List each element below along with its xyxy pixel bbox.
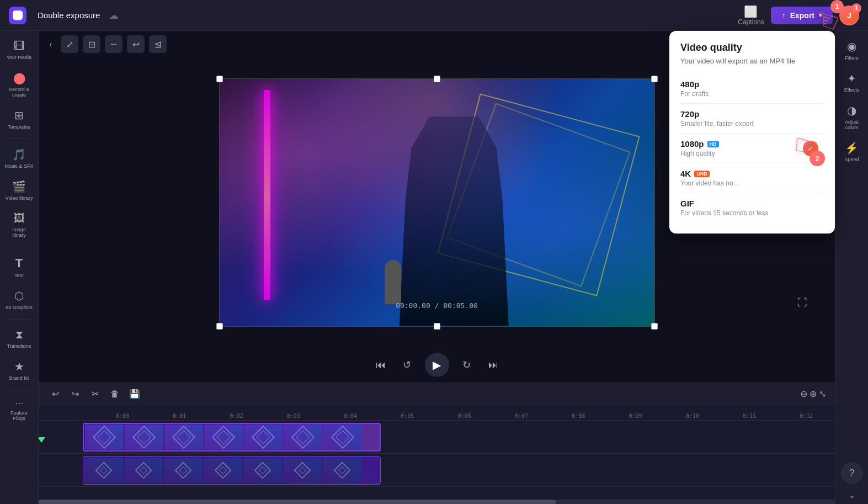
right-tool-effects[interactable]: ✦ Effects bbox=[838, 67, 866, 97]
quality-option-4k[interactable]: 4K UHD Your video has no... bbox=[680, 163, 824, 193]
timeline-redo-btn[interactable]: ↪ bbox=[67, 386, 83, 402]
sidebar-item-transitions[interactable]: ⧗ Transitions bbox=[3, 324, 36, 353]
video-library-icon: 🎬 bbox=[12, 180, 26, 193]
right-tool-filters[interactable]: ◉ Filters bbox=[838, 35, 866, 65]
quality-option-480p[interactable]: 480p For drafts bbox=[680, 74, 824, 104]
track-clip-1[interactable] bbox=[83, 423, 381, 452]
time-marker-7: 0:07 bbox=[515, 413, 528, 419]
help-button[interactable]: ? bbox=[841, 462, 863, 484]
handle-top-left[interactable] bbox=[216, 76, 223, 82]
sidebar-label-brand-kit: Brand kit bbox=[9, 375, 29, 381]
filters-label: Filters bbox=[845, 55, 859, 61]
sidebar-item-your-media[interactable]: 🎞 Your media bbox=[3, 35, 36, 65]
skip-forward-icon: ↻ bbox=[462, 359, 471, 371]
time-marker-9: 0:09 bbox=[629, 413, 642, 419]
skip-back-button[interactable]: ↺ bbox=[398, 356, 416, 374]
canvas-collapse-left[interactable]: ‹ bbox=[45, 35, 56, 53]
cloud-sync-icon: ☁ bbox=[109, 9, 119, 22]
speed-label: Speed bbox=[844, 157, 859, 162]
captions-label: Captions bbox=[738, 18, 764, 26]
quality-name-720p: 720p bbox=[680, 109, 824, 119]
right-tool-adjust-colors[interactable]: ◑ Adjust colors bbox=[838, 99, 866, 135]
quality-option-720p[interactable]: 720p Smaller file, faster export bbox=[680, 104, 824, 134]
quality-desc-480p: For drafts bbox=[680, 90, 824, 98]
quality-panel-title: Video quality bbox=[680, 42, 824, 54]
canvas-resize-btn[interactable]: ⤢ bbox=[61, 35, 78, 53]
hd-badge: HD bbox=[707, 141, 719, 147]
fast-forward-button[interactable]: ⏭ bbox=[484, 356, 502, 374]
canvas-layers-btn[interactable]: ⊴ bbox=[149, 35, 167, 53]
sidebar-label-record-create: Record & create bbox=[5, 87, 34, 98]
timeline-delete-btn[interactable]: 🗑 bbox=[107, 386, 123, 402]
fullscreen-button[interactable]: ⛶ bbox=[797, 297, 807, 309]
time-marker-11: 0:11 bbox=[743, 413, 756, 419]
canvas-undo-btn[interactable]: ↩ bbox=[127, 35, 145, 53]
handle-bottom-right[interactable] bbox=[651, 323, 658, 330]
track-clip-2[interactable] bbox=[83, 456, 381, 485]
sidebar-item-text[interactable]: T Text bbox=[3, 252, 36, 283]
handle-bottom-left[interactable] bbox=[216, 323, 223, 330]
scrollbar-thumb[interactable] bbox=[39, 500, 556, 504]
sidebar-item-record-create[interactable]: ⬤ Record & create bbox=[3, 67, 36, 102]
help-icon: ? bbox=[849, 468, 854, 479]
topbar: Double exposure ☁ ⬜ Captions ↑ Export ▾ … bbox=[0, 0, 868, 31]
sidebar-item-image-library[interactable]: 🖼 Image library bbox=[3, 208, 36, 242]
captions-button[interactable]: ⬜ Captions bbox=[738, 5, 764, 26]
right-sidebar: ◉ Filters ✦ Effects ◑ Adjust colors ⚡ Sp… bbox=[835, 31, 868, 504]
sidebar-label-image-library: Image library bbox=[5, 227, 34, 238]
timeline-undo-btn[interactable]: ↩ bbox=[47, 386, 63, 402]
clip-thumb-1-3 bbox=[164, 425, 203, 450]
video-background bbox=[220, 79, 654, 326]
timeline-scrollbar[interactable] bbox=[39, 500, 835, 504]
handle-bottom-mid[interactable] bbox=[434, 323, 440, 330]
sidebar-item-video-library[interactable]: 🎬 Video library bbox=[3, 176, 36, 205]
handle-top-mid[interactable] bbox=[434, 76, 440, 82]
sidebar-item-templates[interactable]: ⊞ Templates bbox=[3, 104, 36, 134]
play-button[interactable]: ▶ bbox=[425, 353, 449, 377]
time-marker-5: 0:05 bbox=[401, 413, 414, 419]
rewind-icon: ⏮ bbox=[376, 359, 386, 371]
quality-option-1080p[interactable]: 1080p HD High quality ✓ bbox=[680, 134, 824, 163]
uhd-badge: UHD bbox=[694, 171, 710, 177]
zoom-in-btn[interactable]: ⊕ bbox=[810, 389, 817, 399]
zoom-out-btn[interactable]: ⊖ bbox=[800, 389, 807, 399]
sidebar-item-graphics[interactable]: ⬡ 88 Graphics bbox=[3, 285, 36, 315]
export-button[interactable]: ↑ Export ▾ bbox=[771, 7, 833, 24]
transitions-icon: ⧗ bbox=[15, 328, 23, 341]
feature-flags-icon: ⋯ bbox=[15, 399, 23, 408]
handle-top-right[interactable] bbox=[651, 76, 658, 82]
canvas-flip-btn[interactable]: ↔ bbox=[105, 35, 123, 53]
timeline-save-btn[interactable]: 💾 bbox=[127, 386, 142, 402]
sidebar-item-music-sfx[interactable]: 🎵 Music & SFX bbox=[3, 144, 36, 173]
sidebar-divider-1 bbox=[8, 139, 30, 139]
sidebar-item-feature-flags[interactable]: ⋯ Feature Flags bbox=[3, 395, 36, 426]
quality-desc-1080p: High quality bbox=[680, 150, 824, 157]
timeline-cut-btn[interactable]: ✂ bbox=[87, 386, 103, 402]
time-separator: / bbox=[435, 301, 444, 310]
sidebar-label-graphics: 88 Graphics bbox=[6, 305, 33, 310]
sidebar-item-brand-kit[interactable]: ★ Brand kit bbox=[3, 356, 36, 385]
zoom-expand-btn[interactable]: ⤡ bbox=[819, 389, 826, 399]
skip-forward-button[interactable]: ↻ bbox=[458, 356, 476, 374]
adjust-colors-label: Adjust colors bbox=[840, 119, 864, 130]
sidebar-label-transitions: Transitions bbox=[7, 343, 31, 349]
track-clip-thumbnails-1 bbox=[84, 423, 363, 451]
avatar-container: J 1 bbox=[839, 6, 859, 25]
quality-option-gif[interactable]: GIF For videos 15 seconds or less bbox=[680, 193, 824, 222]
clip-thumb-1-7 bbox=[323, 425, 362, 450]
neon-bar bbox=[264, 90, 270, 300]
music-sfx-icon: 🎵 bbox=[12, 148, 26, 161]
canvas-crop-btn[interactable]: ⊡ bbox=[83, 35, 100, 53]
right-tool-speed[interactable]: ⚡ Speed bbox=[838, 137, 866, 167]
quality-name-480p: 480p bbox=[680, 79, 824, 89]
rewind-button[interactable]: ⏮ bbox=[372, 356, 390, 374]
logo-icon bbox=[13, 10, 23, 20]
quality-desc-4k: Your video has no... bbox=[680, 179, 824, 187]
quality-desc-720p: Smaller file, faster export bbox=[680, 120, 824, 128]
app-logo[interactable] bbox=[9, 7, 26, 24]
sidebar-label-video-library: Video library bbox=[6, 195, 33, 201]
timeline-area: ↩ ↪ ✂ 🗑 💾 ⊖ ⊕ ⤡ 0:00 0:01 0:02 0:03 bbox=[39, 383, 835, 504]
time-marker-6: 0:06 bbox=[458, 413, 471, 419]
quality-name-gif: GIF bbox=[680, 199, 824, 208]
right-sidebar-collapse-btn[interactable]: ⌄ bbox=[849, 491, 855, 500]
